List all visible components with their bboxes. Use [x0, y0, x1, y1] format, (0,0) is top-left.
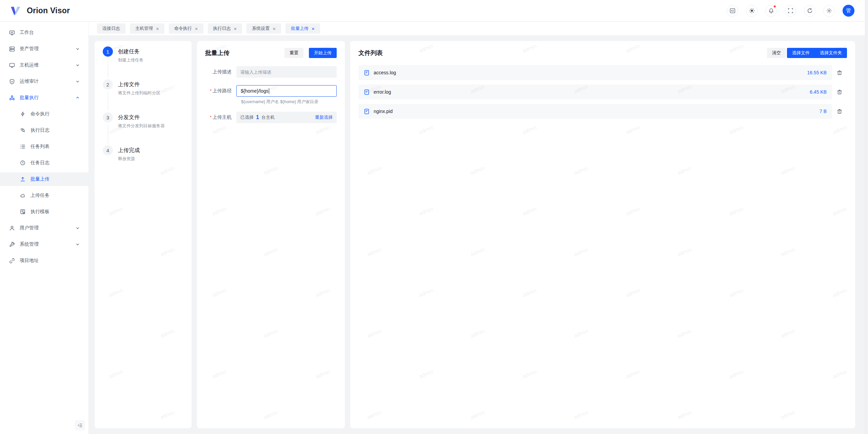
logo-v-icon: [9, 4, 22, 18]
sidebar-item-user-mgmt[interactable]: 用户管理: [0, 221, 88, 235]
upload-path-label: 上传路径: [205, 88, 236, 94]
menu-fold-icon: [78, 423, 83, 428]
sidebar-item-audit[interactable]: 运维审计: [0, 75, 88, 88]
sidebar-item-batch-upload[interactable]: 批量上传: [0, 172, 88, 186]
step-create-task: 1 创建任务 创建上传任务: [103, 46, 183, 79]
close-icon[interactable]: ×: [195, 26, 198, 31]
upload-desc-row: 上传描述: [205, 66, 337, 78]
tab-batch-upload[interactable]: 批量上传×: [285, 23, 320, 34]
tab-label: 主机管理: [135, 25, 153, 32]
sidebar-item-label: 执行日志: [31, 127, 50, 133]
upload-desc-input[interactable]: [240, 70, 333, 75]
select-folder-button[interactable]: 选择文件夹: [815, 48, 847, 58]
file-name: error.log: [374, 89, 391, 95]
tab-system-settings[interactable]: 系统设置×: [246, 23, 281, 34]
upload-path-group: 上传路径 ${home}/logs ${username} 用户名 ${home…: [205, 85, 337, 105]
sidebar-item-upload-task[interactable]: 上传任务: [0, 189, 88, 202]
sidebar-item-command-exec[interactable]: 命令执行: [0, 107, 88, 121]
step-connector: [108, 92, 108, 111]
vertical-scrollbar[interactable]: [865, 0, 868, 434]
delete-file-button[interactable]: [832, 70, 847, 75]
step-desc: 创建上传任务: [118, 57, 143, 63]
fullscreen-icon[interactable]: [785, 5, 796, 17]
sidebar-item-label: 系统管理: [20, 241, 39, 247]
brightness-icon[interactable]: [746, 5, 757, 17]
settings-gear-icon[interactable]: [823, 5, 835, 17]
sidebar-item-assets[interactable]: 资产管理: [0, 42, 88, 56]
sidebar-item-label: 命令执行: [31, 111, 50, 117]
step-number: 4: [103, 145, 113, 155]
panel-title: 批量上传: [205, 49, 230, 57]
start-upload-button[interactable]: 开始上传: [309, 48, 337, 58]
notification-dot: [773, 5, 776, 8]
sidebar-item-label: 项目地址: [20, 258, 39, 264]
sidebar-item-exec-log[interactable]: 执行日志: [0, 124, 88, 137]
file-name: nginx.pid: [374, 109, 393, 114]
sidebar-item-label: 任务列表: [31, 144, 50, 150]
sidebar-item-label: 资产管理: [20, 46, 39, 52]
tab-label: 命令执行: [174, 25, 192, 32]
tab-strip: 连接日志 主机管理× 命令执行× 执行日志× 系统设置× 批量上传×: [89, 22, 868, 35]
workbench-icon: [9, 30, 15, 36]
assets-icon: [9, 46, 15, 52]
tab-label: 系统设置: [252, 25, 270, 32]
sidebar-item-host-ops[interactable]: 主机运维: [0, 58, 88, 72]
file-list-title: 文件列表: [358, 49, 383, 57]
sidebar-item-workbench[interactable]: 工作台: [0, 26, 88, 39]
upload-task-cloud-icon: [20, 192, 26, 199]
notification-bell-icon[interactable]: [765, 5, 777, 17]
upload-hosts-label: 上传主机: [205, 114, 236, 120]
sidebar-item-task-log[interactable]: 任务日志: [0, 156, 88, 170]
app-title: Orion Visor: [27, 6, 70, 15]
delete-file-button[interactable]: [832, 89, 847, 95]
close-icon[interactable]: ×: [156, 26, 159, 31]
step-number: 3: [103, 112, 113, 122]
code-terminal-icon[interactable]: [727, 5, 738, 17]
content-area: 1 创建任务 创建上传任务 2 上传文件 将文件上传到临时分区 3 分发文件 将…: [89, 35, 868, 434]
chevron-down-icon: [76, 242, 80, 246]
step-title: 创建任务: [118, 46, 143, 57]
file-icon: [364, 70, 370, 76]
batch-upload-icon: [20, 176, 26, 182]
sidebar-item-system-mgmt[interactable]: 系统管理: [0, 238, 88, 251]
file-row: access.log 16.55 KB: [358, 65, 847, 80]
clear-files-button[interactable]: 清空: [767, 48, 786, 58]
user-icon: [9, 225, 15, 231]
upload-hosts-bar: 已选择 1 台主机 重新选择: [236, 112, 337, 123]
upload-path-value: ${home}/logs: [241, 88, 269, 94]
select-file-button[interactable]: 选择文件: [787, 48, 815, 58]
sidebar-item-project-url[interactable]: 项目地址: [0, 254, 88, 267]
tab-command-exec[interactable]: 命令执行×: [169, 23, 203, 34]
tab-label: 批量上传: [291, 25, 309, 32]
sidebar-item-label: 批量执行: [20, 95, 39, 101]
tab-exec-log[interactable]: 执行日志×: [208, 23, 242, 34]
tab-label: 连接日志: [102, 25, 120, 32]
step-upload-files: 2 上传文件 将文件上传到临时分区: [103, 79, 183, 112]
refresh-icon[interactable]: [804, 5, 815, 17]
sidebar-item-label: 执行模板: [31, 209, 50, 215]
close-icon[interactable]: ×: [273, 26, 276, 31]
close-icon[interactable]: ×: [234, 26, 237, 31]
reset-button[interactable]: 重置: [284, 48, 303, 58]
chevron-down-icon: [76, 47, 80, 51]
tab-host-mgmt[interactable]: 主机管理×: [130, 23, 164, 34]
file-bar: error.log 6.45 KB: [358, 84, 832, 99]
exec-log-icon: [20, 127, 26, 133]
text-caret: [269, 88, 270, 94]
sidebar-item-task-list[interactable]: 任务列表: [0, 140, 88, 153]
delete-file-button[interactable]: [832, 109, 847, 114]
app-logo: Orion Visor: [9, 4, 70, 18]
sidebar-collapse-button[interactable]: [75, 420, 85, 430]
reselect-hosts-link[interactable]: 重新选择: [315, 114, 333, 120]
sidebar-item-exec-template[interactable]: 执行模板: [0, 205, 88, 219]
hosts-selected-suffix: 台主机: [261, 114, 275, 120]
file-size: 7 B: [820, 109, 827, 114]
close-icon[interactable]: ×: [312, 26, 315, 31]
sidebar: 工作台 资产管理 主机运维 运维审计: [0, 22, 89, 434]
chevron-down-icon: [76, 226, 80, 230]
tab-connect-log[interactable]: 连接日志: [97, 23, 125, 34]
stepper-panel: 1 创建任务 创建上传任务 2 上传文件 将文件上传到临时分区 3 分发文件 将…: [95, 41, 192, 428]
user-avatar[interactable]: 管: [843, 5, 854, 17]
upload-path-input[interactable]: ${home}/logs: [236, 85, 337, 97]
sidebar-item-batch-exec[interactable]: 批量执行: [0, 91, 88, 105]
